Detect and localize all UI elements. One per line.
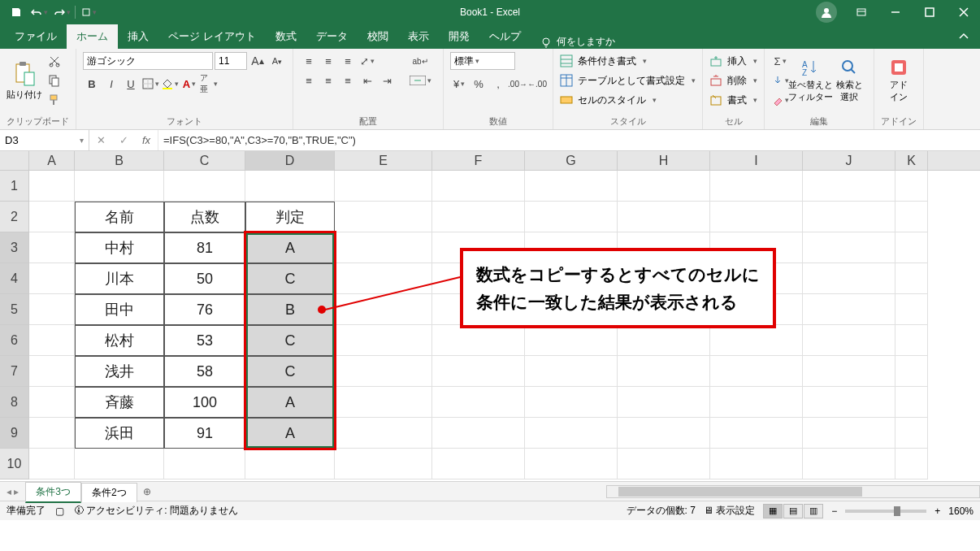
conditional-format-button[interactable]: 条件付き書式: [560, 52, 647, 70]
cell-D10[interactable]: [245, 449, 335, 479]
format-painter-icon[interactable]: [46, 91, 63, 109]
page-break-view-icon[interactable]: ▥: [804, 504, 823, 518]
cell-B4[interactable]: 川本: [75, 263, 164, 294]
cell-I2[interactable]: [710, 202, 803, 232]
grow-font-icon[interactable]: A▴: [249, 52, 267, 70]
cell-F2[interactable]: [432, 202, 525, 232]
cell-C8[interactable]: 100: [164, 387, 245, 418]
cell-A5[interactable]: [29, 294, 75, 325]
name-box[interactable]: D3: [0, 130, 89, 150]
row-header-1[interactable]: 1: [0, 171, 29, 202]
align-left-icon[interactable]: ≡: [300, 72, 318, 89]
cell-D4[interactable]: C: [245, 263, 335, 294]
tab-home[interactable]: ホーム: [67, 24, 118, 49]
cell-I8[interactable]: [710, 387, 803, 418]
cell-A3[interactable]: [29, 232, 75, 263]
row-header-7[interactable]: 7: [0, 356, 29, 387]
cell-B8[interactable]: 斉藤: [75, 387, 164, 418]
sort-filter-button[interactable]: AZ 並べ替えと フィルター: [792, 52, 828, 109]
row-header-5[interactable]: 5: [0, 294, 29, 325]
save-icon[interactable]: [7, 2, 26, 22]
cell-D9[interactable]: A: [245, 418, 335, 449]
add-sheet-icon[interactable]: ⊕: [137, 484, 157, 500]
cells-area[interactable]: 数式をコピーするとすべてのセルに 条件に一致した結果が表示される 名前点数判定中…: [29, 171, 928, 479]
cell-J6[interactable]: [803, 325, 895, 356]
sheet-tab-1[interactable]: 条件3つ: [25, 482, 81, 503]
cell-E5[interactable]: [335, 294, 432, 325]
accessibility-status[interactable]: 🛈 アクセシビリティ: 問題ありません: [74, 504, 238, 518]
cell-J2[interactable]: [803, 202, 895, 232]
cell-D3[interactable]: A: [245, 232, 335, 263]
cell-D1[interactable]: [245, 171, 335, 202]
tellme-search[interactable]: 何をしますか: [531, 35, 625, 49]
account-icon[interactable]: [816, 2, 837, 23]
undo-icon[interactable]: [29, 2, 49, 22]
font-size-combo[interactable]: 11: [215, 52, 247, 70]
borders-icon[interactable]: [141, 75, 159, 93]
cell-B9[interactable]: 浜田: [75, 418, 164, 449]
cell-J4[interactable]: [803, 263, 895, 294]
cell-J7[interactable]: [803, 356, 895, 387]
shrink-font-icon[interactable]: A▾: [268, 52, 286, 70]
wrap-text-icon[interactable]: ab↵: [404, 52, 436, 70]
cell-E10[interactable]: [335, 449, 432, 479]
cell-F10[interactable]: [432, 449, 525, 479]
accounting-format-icon[interactable]: ¥: [450, 75, 468, 93]
row-headers[interactable]: 12345678910: [0, 171, 29, 479]
italic-button[interactable]: I: [102, 75, 120, 93]
cell-D8[interactable]: A: [245, 387, 335, 418]
cell-K1[interactable]: [895, 171, 928, 202]
formula-input[interactable]: =IFS(C3>=80,"A",C3>=70,"B",TRUE,"C"): [158, 130, 980, 150]
merge-cells-icon[interactable]: [404, 72, 436, 89]
cell-A10[interactable]: [29, 449, 75, 479]
fill-icon[interactable]: [771, 72, 789, 89]
cell-J3[interactable]: [803, 232, 895, 263]
cell-F6[interactable]: [432, 325, 525, 356]
clear-icon[interactable]: [771, 91, 789, 109]
decrease-indent-icon[interactable]: ⇤: [358, 72, 376, 89]
cell-F8[interactable]: [432, 387, 525, 418]
column-headers[interactable]: ABCDEFGHIJK: [0, 151, 980, 171]
cell-E6[interactable]: [335, 325, 432, 356]
align-top-icon[interactable]: ≡: [300, 52, 318, 70]
cell-K6[interactable]: [895, 325, 928, 356]
cell-A7[interactable]: [29, 356, 75, 387]
tab-file[interactable]: ファイル: [5, 24, 67, 49]
tab-view[interactable]: 表示: [398, 24, 439, 49]
col-header-J[interactable]: J: [803, 151, 895, 170]
tab-developer[interactable]: 開発: [439, 24, 479, 49]
cell-G8[interactable]: [525, 387, 618, 418]
orientation-icon[interactable]: ⤢: [358, 52, 376, 70]
number-format-combo[interactable]: 標準: [450, 52, 515, 70]
insert-cells-button[interactable]: 挿入: [709, 52, 757, 70]
increase-indent-icon[interactable]: ⇥: [378, 72, 396, 89]
cell-C7[interactable]: 58: [164, 356, 245, 387]
cell-A4[interactable]: [29, 263, 75, 294]
col-header-E[interactable]: E: [335, 151, 432, 170]
col-header-A[interactable]: A: [29, 151, 75, 170]
minimize-icon[interactable]: [879, 0, 912, 24]
row-header-10[interactable]: 10: [0, 449, 29, 479]
align-right-icon[interactable]: ≡: [339, 72, 357, 89]
redo-icon[interactable]: [52, 2, 72, 22]
cell-K8[interactable]: [895, 387, 928, 418]
underline-button[interactable]: U: [122, 75, 140, 93]
col-header-I[interactable]: I: [710, 151, 803, 170]
cell-F9[interactable]: [432, 418, 525, 449]
cell-K5[interactable]: [895, 294, 928, 325]
cell-C5[interactable]: 76: [164, 294, 245, 325]
cell-C2[interactable]: 点数: [164, 202, 245, 232]
cell-A1[interactable]: [29, 171, 75, 202]
cell-B6[interactable]: 松村: [75, 325, 164, 356]
phonetic-icon[interactable]: ア亜: [200, 75, 218, 93]
col-header-B[interactable]: B: [75, 151, 164, 170]
col-header-K[interactable]: K: [895, 151, 928, 170]
sheet-tab-2[interactable]: 条件2つ: [81, 483, 137, 502]
cell-H2[interactable]: [618, 202, 710, 232]
cell-I1[interactable]: [710, 171, 803, 202]
select-all-corner[interactable]: [0, 151, 29, 170]
col-header-F[interactable]: F: [432, 151, 525, 170]
autosum-icon[interactable]: Σ: [771, 52, 789, 70]
col-header-C[interactable]: C: [164, 151, 245, 170]
cell-A2[interactable]: [29, 202, 75, 232]
